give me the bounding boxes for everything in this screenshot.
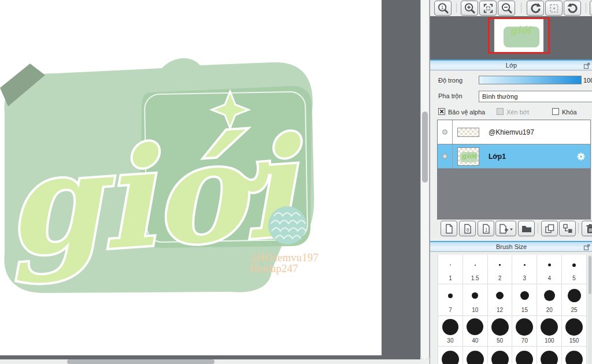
toolbar-separator — [586, 3, 586, 13]
popout-icon[interactable] — [583, 244, 590, 251]
brush-dot-icon — [475, 265, 476, 266]
zoom-actual-size-button[interactable]: 1 — [434, 1, 452, 16]
zoom-in-button[interactable] — [461, 1, 478, 16]
visibility-dot-icon — [442, 154, 447, 159]
brush-size-label: 10 — [472, 307, 478, 315]
brush-size-cell[interactable]: 70 — [512, 316, 537, 347]
opacity-label: Độ trong — [438, 77, 462, 84]
lock-checkbox[interactable] — [552, 108, 559, 115]
rotate-ccw-button[interactable] — [527, 1, 544, 16]
brush-size-cell[interactable]: 7 — [438, 284, 463, 316]
layer-panel-title: Lớp — [506, 62, 517, 69]
layer-option-row: Bảo vệ alpha Xén bớt Khóa — [430, 108, 592, 116]
layer-row-selected[interactable]: giới Lớp1 — [438, 144, 590, 169]
magnifier-1-icon: 1 — [437, 2, 449, 14]
brush-dot-icon — [472, 292, 478, 299]
toolbar-separator — [456, 3, 457, 13]
brush-size-cell[interactable]: 40 — [463, 316, 488, 347]
brush-size-cell[interactable]: 15 — [512, 284, 537, 316]
new-8bit-layer-button[interactable]: 8 — [459, 221, 476, 236]
brush-size-cell[interactable]: 1 — [438, 255, 463, 284]
brush-size-cell[interactable]: 100 — [537, 316, 562, 347]
new-1bit-layer-button[interactable]: 1 — [478, 221, 494, 236]
add-layer-menu-icon — [498, 223, 514, 235]
new-layer-button[interactable] — [441, 221, 457, 236]
layer-visibility-toggle[interactable] — [438, 144, 453, 168]
clipping-checkbox[interactable] — [497, 108, 504, 115]
vertical-scrollbar-thumb[interactable] — [422, 112, 428, 183]
canvas[interactable]: giới @Khiemvu197 Hoidap247 — [0, 0, 382, 355]
new-folder-button[interactable] — [518, 221, 535, 236]
brush-dot-icon — [448, 294, 453, 298]
brush-size-cell[interactable]: 50 — [488, 316, 513, 347]
magnifier-plus-icon — [464, 2, 476, 14]
brush-size-label: 5 — [572, 275, 576, 284]
brush-size-cell[interactable]: 150 — [562, 316, 587, 347]
brush-size-cell[interactable] — [537, 347, 562, 364]
brush-panel-title: Brush Size — [496, 243, 527, 250]
canvas-surround-right — [382, 0, 420, 359]
rotate-cw-icon — [567, 2, 579, 14]
brush-size-label: 50 — [497, 337, 503, 346]
layer-visibility-toggle[interactable] — [438, 120, 453, 144]
canvas-vertical-scrollbar[interactable] — [420, 0, 430, 359]
horizontal-scrollbar-thumb[interactable] — [67, 359, 214, 364]
brush-size-label: 15 — [521, 307, 528, 315]
brush-dot-icon — [496, 292, 504, 299]
brush-size-label: 1 — [449, 275, 452, 284]
fit-to-window-button[interactable] — [479, 1, 497, 16]
flip-view-button[interactable] — [590, 1, 592, 16]
brush-size-cell[interactable]: 12 — [488, 284, 513, 316]
brush-size-cell[interactable]: 30 — [438, 316, 463, 347]
duplicate-layer-button[interactable] — [541, 221, 558, 236]
brush-dot-icon — [499, 264, 501, 266]
layer-toolbar: 8 1 — [430, 220, 592, 238]
rotate-ccw-icon — [530, 2, 542, 14]
brush-panel-scrollbar[interactable] — [588, 255, 592, 364]
brush-size-cell[interactable] — [488, 347, 513, 364]
fit-icon — [482, 2, 494, 14]
brush-size-cell[interactable]: 3 — [512, 255, 537, 284]
new-1bit-layer-icon: 1 — [480, 223, 492, 235]
protect-alpha-checkbox[interactable] — [438, 108, 445, 115]
brush-size-cell[interactable]: 20 — [537, 284, 562, 316]
layer-row[interactable]: @Khiemvu197 — [438, 120, 590, 144]
rotate-cw-button[interactable] — [564, 1, 581, 16]
layer-name: Lớp1 — [489, 153, 506, 161]
merge-layer-button[interactable] — [559, 221, 576, 236]
brush-size-cell[interactable]: 10 — [463, 284, 488, 316]
svg-text:1: 1 — [484, 226, 487, 232]
canvas-surround-bottom — [0, 355, 420, 359]
watermark-line1: @Khiemvu197 — [251, 251, 319, 263]
brush-scrollbar-thumb[interactable] — [589, 256, 591, 294]
zoom-out-button[interactable] — [498, 1, 515, 16]
brush-size-cell[interactable] — [438, 347, 463, 364]
popout-icon[interactable] — [583, 62, 590, 69]
reset-rotation-button[interactable] — [545, 1, 563, 16]
opacity-slider[interactable] — [479, 76, 582, 84]
add-layer-menu-button[interactable] — [495, 221, 516, 236]
brush-size-label: 30 — [447, 337, 453, 346]
brush-dot-icon — [565, 351, 583, 364]
delete-layer-button[interactable] — [582, 221, 592, 236]
blend-mode-label: Pha trộn — [438, 92, 462, 99]
clipping-label: Xén bớt — [506, 109, 529, 116]
navigator-thumbnail[interactable]: giới — [488, 17, 550, 54]
layer-name: @Khiemvu197 — [489, 128, 534, 136]
brush-size-cell[interactable] — [463, 347, 488, 364]
blend-mode-select[interactable]: Bình thường — [479, 91, 592, 102]
brush-size-cell[interactable] — [562, 347, 587, 364]
brush-dot-icon — [450, 265, 451, 266]
brush-size-cell[interactable]: 2 — [488, 255, 513, 284]
duplicate-layer-icon — [544, 223, 556, 235]
canvas-horizontal-scrollbar[interactable] — [0, 359, 420, 364]
toolbar-separator — [538, 223, 538, 233]
brush-size-cell[interactable]: 5 — [562, 255, 587, 284]
layer-settings-gear-icon[interactable] — [576, 152, 586, 161]
brush-size-cell[interactable]: 4 — [537, 255, 562, 284]
brush-size-cell[interactable]: 1.5 — [463, 255, 488, 284]
brush-size-label: 25 — [571, 307, 577, 315]
brush-size-cell[interactable]: 25 — [562, 284, 587, 316]
brush-size-cell[interactable] — [512, 347, 537, 364]
navigator-view[interactable]: giới — [430, 16, 592, 60]
